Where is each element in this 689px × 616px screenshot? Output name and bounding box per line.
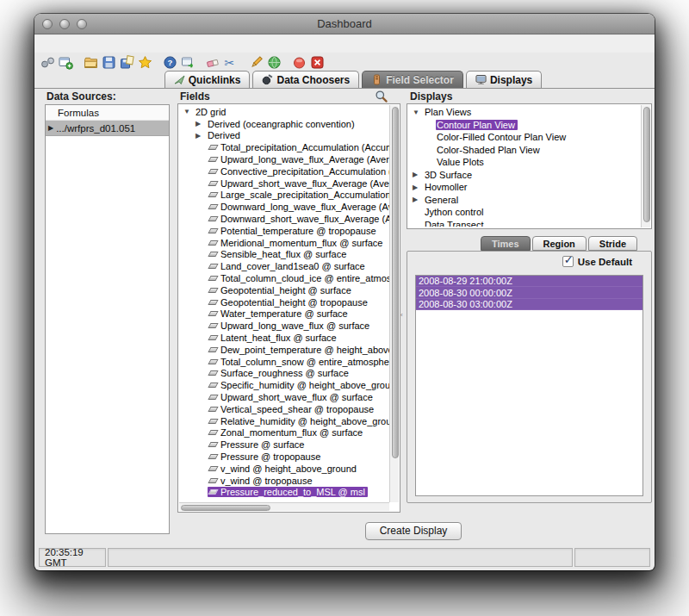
display-tree-item[interactable]: Jython control	[407, 206, 641, 219]
create-display-button[interactable]: Create Display	[365, 522, 462, 540]
field-tree-item[interactable]: v_wind @ tropopause	[178, 475, 389, 487]
display-label: Hovmoller	[425, 182, 468, 192]
tab-stride[interactable]: Stride	[588, 236, 637, 251]
tab-quicklinks[interactable]: Quicklinks	[164, 71, 251, 88]
tree-expander-icon[interactable]	[183, 108, 195, 115]
display-label: General	[425, 195, 458, 205]
display-tree-item[interactable]: Hovmoller	[407, 181, 641, 194]
field-tree-item[interactable]: Large_scale_precipitation_Accumulation (…	[178, 190, 389, 202]
tree-expander-icon[interactable]	[413, 109, 424, 116]
show-dashboard-icon[interactable]	[40, 54, 55, 70]
display-tree-item[interactable]: Color-Filled Contour Plan View	[407, 131, 641, 144]
scrollbar-thumb[interactable]	[392, 107, 399, 458]
menu-bar	[34, 35, 655, 53]
memory-indicator	[574, 548, 650, 567]
field-tree-item[interactable]: Pressure_reduced_to_MSL @ msl	[178, 487, 389, 499]
tab-times[interactable]: Times	[481, 236, 531, 251]
field-tree-item[interactable]: Upward_short_wave_flux_Average (Average …	[178, 177, 389, 190]
edit-icon[interactable]	[248, 54, 264, 70]
splitter-handle-icon[interactable]: ‹	[400, 311, 403, 319]
window-title: Dashboard	[34, 17, 655, 30]
field-tree-item[interactable]: Vertical_speed_shear @ tropopause	[178, 403, 389, 415]
clock-display: 20:35:19 GMT	[39, 548, 106, 567]
field-tree-item[interactable]: Upward_long_wave_flux_Average (Average f…	[178, 153, 389, 165]
display-tree-item[interactable]: Data Transect	[407, 219, 641, 227]
field-tree-item[interactable]: Convective_precipitation_Accumulation (A…	[178, 165, 389, 177]
data-sources-list: ▶ Formulas ▶ .../wrfprs_d01.051	[45, 104, 170, 534]
times-subset-panel: ✓ Use Default 2008-08-29 21:00:00Z2008-0…	[407, 251, 652, 503]
field-tree-item[interactable]: Pressure @ surface	[178, 439, 389, 451]
fields-vertical-scrollbar[interactable]	[389, 105, 399, 502]
fields-horizontal-scrollbar[interactable]	[179, 502, 389, 511]
field-tree-item[interactable]: Geopotential_height @ tropopause	[178, 296, 389, 308]
tab-region[interactable]: Region	[532, 236, 587, 251]
display-tree-item[interactable]: 3D Surface	[407, 169, 641, 182]
display-tree-item[interactable]: Contour Plan View	[407, 119, 641, 132]
field-label: Upward_short_wave_flux @ surface	[220, 392, 373, 402]
button-bar: Create Display	[176, 517, 651, 543]
field-tree-item[interactable]: Specific_humidity @ height_above_ground	[178, 379, 389, 391]
display-tree-item[interactable]: General	[407, 194, 641, 207]
field-tree-item[interactable]: Total_column_snow @ entire_atmosphere	[178, 356, 389, 368]
field-tree-item[interactable]: Surface_roughness @ surface	[178, 368, 389, 380]
field-tree-item[interactable]: Zonal_momentum_flux @ surface	[178, 427, 389, 439]
record-icon[interactable]	[291, 54, 307, 70]
favorites-icon[interactable]	[137, 54, 152, 70]
search-icon[interactable]	[375, 90, 388, 103]
cut-icon[interactable]: ✂	[223, 54, 239, 70]
new-window-icon[interactable]	[58, 54, 73, 70]
field-tree-item[interactable]: Dew_point_temperature @ height_above_gro…	[178, 344, 389, 356]
displays-vertical-scrollbar[interactable]	[641, 105, 650, 227]
field-tree-item[interactable]: Derived	[178, 130, 389, 142]
export-icon[interactable]	[180, 54, 196, 70]
stop-icon[interactable]	[309, 54, 325, 70]
field-tree-item[interactable]: Downward_short_wave_flux_Average (Averag…	[178, 213, 389, 225]
field-icon	[208, 430, 218, 435]
field-tree-item[interactable]: Sensible_heat_flux @ surface	[178, 249, 389, 261]
field-tree-item[interactable]: Total_column_cloud_ice @ entire_atmosphe…	[178, 272, 389, 284]
data-source-item[interactable]: ▶ Formulas	[46, 105, 169, 121]
tree-expander-icon[interactable]	[196, 120, 207, 128]
display-tree-item[interactable]: Value Plots	[407, 156, 641, 169]
save-icon[interactable]	[101, 54, 116, 70]
tree-expander-icon[interactable]	[196, 132, 207, 140]
field-icon	[208, 311, 218, 316]
help-icon[interactable]: ?	[162, 54, 177, 70]
time-item[interactable]: 2008-08-30 00:00:00Z	[416, 287, 642, 298]
time-item[interactable]: 2008-08-30 03:00:00Z	[416, 299, 642, 310]
field-tree-item[interactable]: Upward_long_wave_flux @ surface	[178, 320, 389, 332]
field-tree-item[interactable]: Upward_short_wave_flux @ surface	[178, 391, 389, 403]
field-tree-item[interactable]: Meridional_momentum_flux @ surface	[178, 237, 389, 249]
tab-data-choosers[interactable]: Data Choosers	[252, 71, 359, 88]
field-tree-item[interactable]: Land_cover_land1sea0 @ surface	[178, 260, 389, 272]
field-tree-item[interactable]: Geopotential_height @ surface	[178, 284, 389, 296]
tab-field-selector[interactable]: Field Selector	[362, 71, 463, 88]
tree-expander-icon[interactable]	[413, 196, 424, 203]
field-tree-item[interactable]: v_wind @ height_above_ground	[178, 463, 389, 475]
globe-icon[interactable]	[266, 54, 282, 70]
save-as-icon[interactable]	[119, 54, 134, 70]
field-tree-item[interactable]: Total_precipitation_Accumulation (Accumu…	[178, 141, 389, 153]
field-tree-item[interactable]: Potential_temperature @ tropopause	[178, 225, 389, 237]
display-tree-item[interactable]: Plan Views	[407, 106, 641, 119]
field-tree-item[interactable]: Pressure @ tropopause	[178, 451, 389, 463]
use-default-checkbox[interactable]: ✓	[562, 256, 574, 267]
field-tree-item[interactable]: Derived (oceangraphic convention)	[178, 118, 389, 130]
tree-expander-icon[interactable]	[413, 171, 424, 178]
field-tree-item[interactable]: Relative_humidity @ height_above_ground	[178, 415, 389, 427]
scrollbar-thumb[interactable]	[181, 505, 270, 511]
data-source-item[interactable]: ▶ .../wrfprs_d01.051	[46, 121, 169, 136]
erase-icon[interactable]	[205, 54, 220, 70]
field-tree-item[interactable]: Latent_heat_flux @ surface	[178, 332, 389, 344]
time-item[interactable]: 2008-08-29 21:00:00Z	[416, 276, 642, 287]
tab-displays[interactable]: Displays	[466, 71, 542, 88]
field-tree-item[interactable]: 2D grid	[178, 106, 389, 118]
tree-expander-icon[interactable]	[413, 184, 424, 191]
display-tree-item[interactable]: Color-Shaded Plan View	[407, 144, 641, 157]
expander-icon[interactable]: ▶	[48, 124, 53, 132]
field-tree-item[interactable]: Water_temperature @ surface	[178, 308, 389, 320]
open-file-icon[interactable]	[83, 54, 98, 70]
title-bar[interactable]: Dashboard	[34, 14, 655, 34]
field-tree-item[interactable]: Downward_long_wave_flux_Average (Average…	[178, 201, 389, 213]
scrollbar-thumb[interactable]	[643, 107, 650, 222]
